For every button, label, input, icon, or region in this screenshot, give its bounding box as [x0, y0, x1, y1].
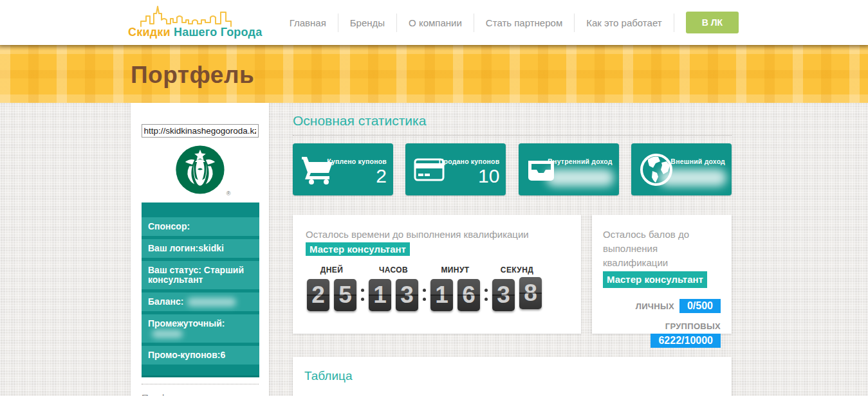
stat-value: 10	[478, 165, 499, 188]
countdown-clock: ДНЕЙ 2 5 ЧАСОВ 1 3	[307, 266, 568, 311]
brand-logo-wrap: ®	[171, 144, 230, 198]
main-nav: Главная Бренды О компании Стать партнеро…	[278, 0, 739, 45]
redacted-intermediate-value	[152, 330, 183, 338]
clock-colon	[356, 279, 369, 311]
countdown-days-group: ДНЕЙ 2 5	[307, 266, 356, 311]
login-row: Ваш логин:skidki	[142, 239, 259, 258]
personal-points-badge: 0/500	[679, 299, 721, 313]
flip-digit: 8	[519, 277, 542, 309]
points-card: Осталось балов до выполнения квалификаци…	[592, 215, 732, 334]
profile-link[interactable]: Профиль	[142, 392, 269, 396]
stat-label: Внутренний доход	[548, 158, 612, 165]
flip-digit: 3	[492, 279, 515, 311]
nav-item-how-it-works[interactable]: Как это работает	[575, 14, 674, 32]
qualification-badge: Мастер консультант	[306, 242, 410, 256]
page-title: Портфель	[131, 62, 254, 89]
account-info-block: Спонсор: Ваш логин:skidki Ваш статус: Ст…	[142, 203, 259, 377]
stat-card-coupons-sold: Продано купонов 10	[405, 143, 506, 195]
sidebar-divider	[142, 384, 259, 384]
nav-item-home[interactable]: Главная	[278, 14, 338, 32]
qualification-badge: Мастер консультант	[603, 271, 707, 288]
group-points-badge: 6222/10000	[651, 334, 721, 348]
sponsor-row: Спонсор:	[142, 217, 259, 236]
nav-item-partner[interactable]: Стать партнером	[474, 14, 575, 32]
redacted-external-income-value	[659, 169, 726, 186]
stat-card-internal-income: Внутренний доход	[519, 143, 619, 195]
stat-card-external-income: Внешний доход	[631, 143, 732, 195]
stat-card-coupons-bought: Куплено купонов 2	[293, 143, 393, 195]
intermediate-row: Промежуточный:	[142, 314, 259, 343]
nav-item-about[interactable]: О компании	[397, 14, 474, 32]
promo-coupons-row: Промо-купонов:6	[142, 346, 259, 364]
flip-digit: 3	[396, 279, 418, 311]
flip-digit: 5	[334, 279, 356, 311]
section-title-statistics: Основная статистика	[293, 113, 732, 136]
nav-item-brands[interactable]: Бренды	[338, 14, 397, 32]
countdown-seconds-group: СЕКУНД 3 8	[492, 266, 542, 311]
table-section-title: Таблица	[304, 369, 720, 383]
countdown-card: Осталось времени до выполнения квалифика…	[293, 215, 581, 334]
city-skyline-icon	[138, 4, 243, 28]
personal-points-row: ЛИЧНЫХ0/500	[603, 299, 721, 313]
flip-digit: 1	[369, 279, 391, 311]
points-text: Осталось балов до выполнения квалификаци…	[603, 228, 721, 288]
qualification-row: Осталось времени до выполнения квалифика…	[293, 215, 732, 334]
site-logo[interactable]: Скидки Нашего Города	[128, 4, 257, 39]
portfolio-page: Скидки Нашего Города Главная Бренды О ко…	[0, 0, 868, 396]
stat-value: 2	[376, 165, 387, 188]
flip-digit: 2	[307, 279, 329, 311]
flip-digit: 1	[430, 279, 453, 311]
top-header: Скидки Нашего Города Главная Бренды О ко…	[0, 0, 868, 45]
countdown-text: Осталось времени до выполнения квалифика…	[306, 227, 551, 257]
stat-cards-row: Куплено купонов 2 Продано купонов 10 Вну…	[293, 143, 732, 195]
table-card: Таблица	[293, 357, 732, 396]
clock-colon	[480, 279, 492, 311]
site-logo-text: Скидки Нашего Города	[128, 26, 257, 39]
personal-cabinet-button[interactable]: В ЛК	[686, 12, 739, 33]
points-values: ЛИЧНЫХ0/500 ГРУППОВЫХ 6222/10000	[603, 299, 721, 348]
referral-url-input[interactable]	[142, 124, 259, 138]
clock-colon	[418, 279, 430, 311]
redacted-internal-income-value	[546, 169, 614, 186]
main-column: Основная статистика Куплено купонов 2 Пр…	[293, 103, 732, 396]
registered-trademark-symbol: ®	[226, 190, 231, 197]
status-row: Ваш статус: Старший консультант	[142, 261, 259, 289]
flip-digit: 6	[457, 279, 480, 311]
sidebar-card: ® Спонсор: Ваш логин:skidki Ваш статус: …	[131, 103, 269, 396]
countdown-hours-group: ЧАСОВ 1 3	[369, 266, 418, 311]
starbucks-logo	[174, 144, 226, 195]
balance-row: Баланс:	[142, 292, 259, 311]
redacted-balance-value	[187, 298, 236, 307]
countdown-minutes-group: МИНУТ 1 6	[430, 266, 480, 311]
page-banner: Портфель	[0, 45, 868, 103]
stat-label: Внешний доход	[670, 158, 725, 165]
